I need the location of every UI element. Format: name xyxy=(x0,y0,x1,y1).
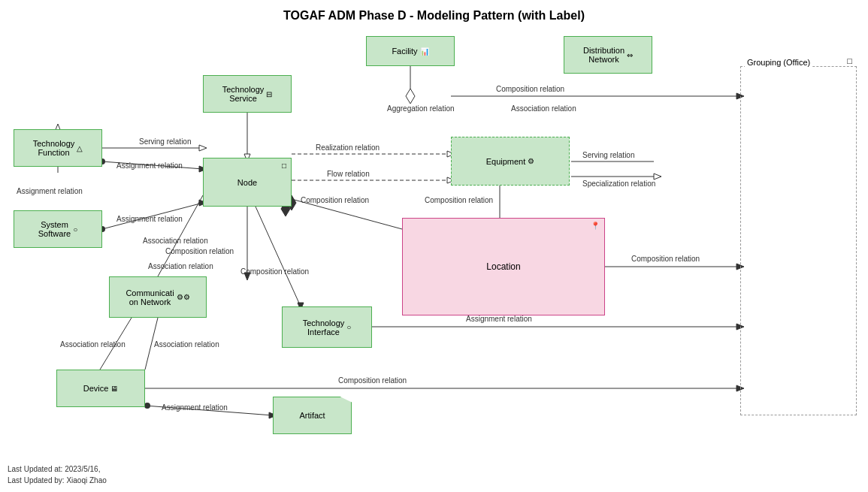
svg-text:Assignment relation: Assignment relation xyxy=(466,315,532,323)
facility-label: Facility xyxy=(392,47,417,56)
system-software-node[interactable]: SystemSoftware ○ xyxy=(14,210,102,248)
svg-text:Realization relation: Realization relation xyxy=(316,143,380,152)
svg-text:Composition relation: Composition relation xyxy=(165,247,234,255)
svg-text:Association relation: Association relation xyxy=(60,340,126,349)
svg-line-63 xyxy=(100,318,132,370)
svg-text:Association relation: Association relation xyxy=(154,340,219,349)
svg-line-59 xyxy=(145,406,273,415)
technology-function-label: TechnologyFunction xyxy=(33,139,75,157)
communication-network-label: Communication Network xyxy=(126,288,174,306)
distribution-network-label: DistributionNetwork xyxy=(583,46,625,64)
device-label: Device xyxy=(83,384,109,393)
function-icon: △ xyxy=(77,144,83,152)
comm-icon: ⚙⚙ xyxy=(177,293,190,301)
svg-text:Aggregation relation: Aggregation relation xyxy=(387,104,455,113)
grouping-box: Grouping (Office) □ xyxy=(740,66,857,415)
technology-service-label: TechnologyService xyxy=(222,85,265,103)
interface-icon: ○ xyxy=(346,323,351,331)
node-node[interactable]: Node □ xyxy=(203,158,292,207)
svg-line-33 xyxy=(256,207,301,306)
svg-line-27 xyxy=(292,199,402,229)
node-label: Node xyxy=(237,178,257,187)
svg-text:Composition relation: Composition relation xyxy=(425,196,493,204)
svg-line-37 xyxy=(102,203,203,229)
equipment-icon: ⚙ xyxy=(528,157,534,165)
svg-marker-1 xyxy=(406,89,415,104)
svg-text:Association relation: Association relation xyxy=(148,262,213,270)
distribution-network-node[interactable]: DistributionNetwork ⇔ xyxy=(564,36,652,74)
location-icon: 📍 xyxy=(591,222,600,230)
svg-text:Composition relation: Composition relation xyxy=(301,196,369,204)
diagram-title: TOGAF ADM Phase D - Modeling Pattern (wi… xyxy=(0,0,868,29)
svg-text:Composition relation: Composition relation xyxy=(631,255,700,263)
svg-line-17 xyxy=(102,161,203,169)
technology-interface-node[interactable]: TechnologyInterface ○ xyxy=(282,306,372,348)
distribution-icon: ⇔ xyxy=(627,51,633,59)
location-label: Location xyxy=(486,261,520,272)
svg-text:Assignment relation: Assignment relation xyxy=(162,403,228,412)
footer-line1: Last Updated at: 2023/5/16, xyxy=(8,463,107,475)
svg-text:Association relation: Association relation xyxy=(143,237,208,245)
svg-text:Composition relation: Composition relation xyxy=(240,267,309,276)
technology-interface-label: TechnologyInterface xyxy=(303,318,345,337)
facility-icon: 📊 xyxy=(420,47,429,56)
svg-text:Composition relation: Composition relation xyxy=(338,376,407,385)
svg-text:Assignment relation: Assignment relation xyxy=(116,161,183,170)
location-node[interactable]: Location 📍 xyxy=(402,218,605,315)
equipment-node[interactable]: Equipment ⚙ xyxy=(451,137,570,186)
device-icon: 🖥 xyxy=(110,385,118,393)
svg-line-65 xyxy=(145,318,158,370)
svg-text:Association relation: Association relation xyxy=(511,104,576,113)
svg-text:Serving relation: Serving relation xyxy=(139,137,191,146)
svg-marker-48 xyxy=(654,174,661,180)
svg-text:Serving relation: Serving relation xyxy=(582,151,634,159)
svg-line-42 xyxy=(158,195,203,276)
equipment-label: Equipment xyxy=(486,157,526,166)
svg-text:Flow relation: Flow relation xyxy=(327,170,370,178)
facility-node[interactable]: Facility 📊 xyxy=(366,36,455,66)
svg-marker-10 xyxy=(199,145,207,151)
footer: Last Updated at: 2023/5/16, Last Updated… xyxy=(8,463,107,486)
svg-marker-31 xyxy=(244,273,250,280)
svg-point-60 xyxy=(144,403,150,409)
svg-text:Specialization relation: Specialization relation xyxy=(582,180,655,188)
system-software-icon: ○ xyxy=(73,225,77,234)
service-icon: ⊟ xyxy=(266,90,272,98)
device-node[interactable]: Device 🖥 xyxy=(56,370,145,407)
diagram-container: TOGAF ADM Phase D - Modeling Pattern (wi… xyxy=(0,0,868,492)
artifact-label: Artifact xyxy=(299,411,325,420)
footer-line2: Last Updated by: Xiaoqi Zhao xyxy=(8,475,107,486)
system-software-label: SystemSoftware xyxy=(38,220,71,238)
svg-text:Assignment relation: Assignment relation xyxy=(116,215,183,223)
node-icon: □ xyxy=(282,161,286,170)
communication-network-node[interactable]: Communication Network ⚙⚙ xyxy=(109,276,207,318)
technology-service-node[interactable]: TechnologyService ⊟ xyxy=(203,75,292,113)
svg-text:Composition relation: Composition relation xyxy=(496,85,564,93)
grouping-minimize-button[interactable]: □ xyxy=(847,56,852,65)
svg-text:Assignment relation: Assignment relation xyxy=(17,187,83,195)
artifact-node[interactable]: Artifact xyxy=(273,397,352,434)
technology-function-node[interactable]: TechnologyFunction △ xyxy=(14,129,102,167)
grouping-label: Grouping (Office) xyxy=(745,58,812,67)
